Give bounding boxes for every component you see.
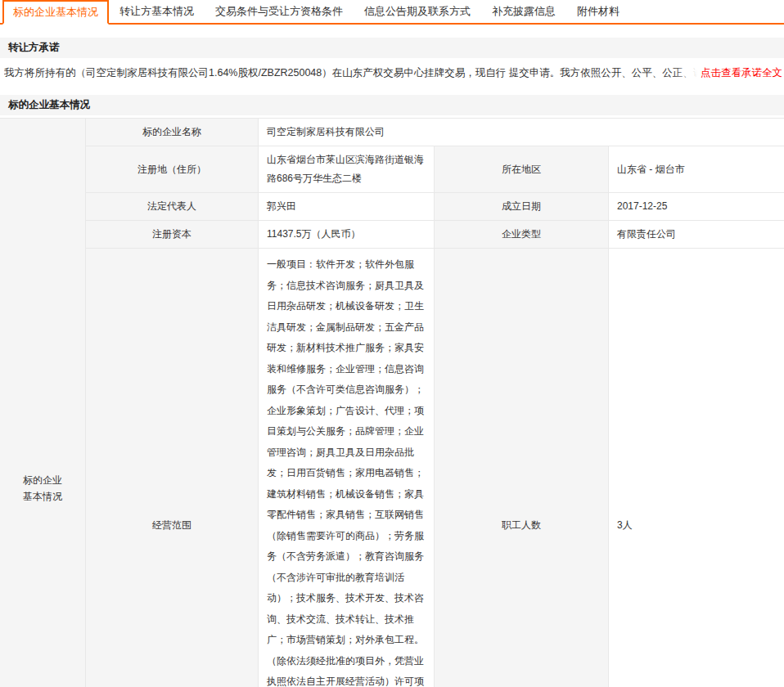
registered-address-label: 注册地（住所） xyxy=(86,146,258,192)
tab-target-enterprise-basic-info[interactable]: 标的企业基本情况 xyxy=(2,0,109,25)
region-value: 山东省 - 烟台市 xyxy=(609,146,784,192)
staff-count-value: 3人 xyxy=(609,249,784,687)
registered-capital-value: 11437.5万（人民币） xyxy=(259,221,434,248)
legal-representative-value: 郭兴田 xyxy=(259,193,434,220)
establishment-date-label: 成立日期 xyxy=(435,193,608,220)
staff-count-label: 职工人数 xyxy=(435,249,608,687)
establishment-date-value: 2017-12-25 xyxy=(609,193,784,220)
promise-text: 我方将所持有的（司空定制家居科技有限公司1.64%股权/ZBZR250048）在… xyxy=(4,66,702,80)
business-scope-value: 一般项目：软件开发；软件外包服务；信息技术咨询服务；厨具卫具及日用杂品研发；机械… xyxy=(259,249,434,687)
view-full-promise-link[interactable]: 点击查看承诺全文 xyxy=(674,66,782,80)
tab-supplementary-disclosure[interactable]: 补充披露信息 xyxy=(481,0,566,23)
enterprise-type-value: 有限责任公司 xyxy=(609,221,784,248)
tab-attachments[interactable]: 附件材料 xyxy=(566,0,630,23)
section-title-enterprise-basic-info: 标的企业基本情况 xyxy=(0,95,784,115)
tab-transferor-basic-info[interactable]: 转让方基本情况 xyxy=(109,0,205,23)
registered-address-value: 山东省烟台市莱山区滨海路街道银海路686号万华生态二楼 xyxy=(259,146,434,192)
enterprise-name-label: 标的企业名称 xyxy=(86,119,258,146)
tab-trade-conditions[interactable]: 交易条件与受让方资格条件 xyxy=(205,0,354,23)
tab-announcement-contact[interactable]: 信息公告期及联系方式 xyxy=(354,0,481,23)
registered-capital-label: 注册资本 xyxy=(86,221,258,248)
enterprise-name-value: 司空定制家居科技有限公司 xyxy=(259,119,784,146)
region-label: 所在地区 xyxy=(435,146,608,192)
table-row-group-header: 标的企业 基本情况 xyxy=(0,119,85,687)
enterprise-type-label: 企业类型 xyxy=(435,221,608,248)
promise-paragraph-row: 我方将所持有的（司空定制家居科技有限公司1.64%股权/ZBZR250048）在… xyxy=(0,58,784,88)
business-scope-label: 经营范围 xyxy=(86,249,258,687)
enterprise-info-table: 标的企业 基本情况 标的企业名称 司空定制家居科技有限公司 注册地（住所） 山东… xyxy=(0,118,784,687)
legal-representative-label: 法定代表人 xyxy=(86,193,258,220)
tab-bar: 标的企业基本情况 转让方基本情况 交易条件与受让方资格条件 信息公告期及联系方式… xyxy=(0,0,784,25)
section-title-transferor-promise: 转让方承诺 xyxy=(0,38,784,58)
